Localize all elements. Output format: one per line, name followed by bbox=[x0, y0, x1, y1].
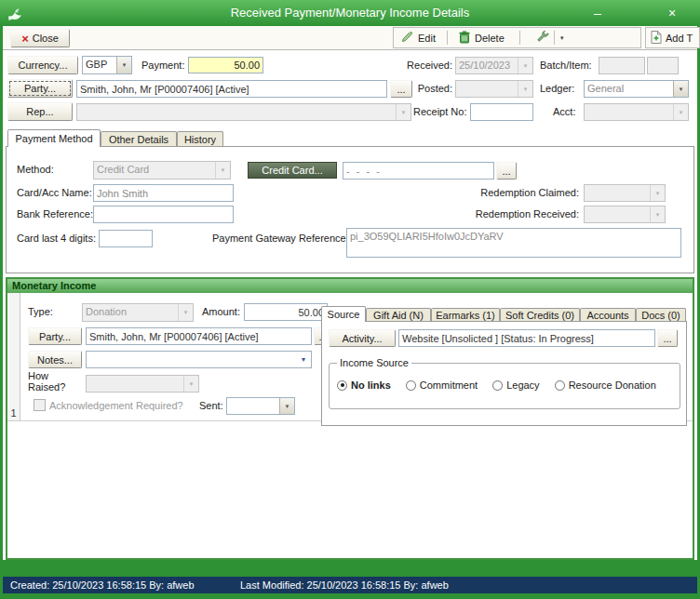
close-button-label: Close bbox=[33, 33, 59, 44]
close-button[interactable]: × Close bbox=[10, 29, 70, 47]
chevron-down-icon[interactable] bbox=[296, 356, 311, 363]
tab-accounts[interactable]: Accounts bbox=[580, 308, 636, 321]
radio-commitment[interactable]: Commitment bbox=[406, 379, 478, 391]
redemption-received-label: Redemption Received: bbox=[462, 208, 579, 220]
party-button[interactable]: Party... bbox=[7, 79, 73, 98]
party-input[interactable]: Smith, John, Mr [P00007406] [Active] bbox=[76, 80, 387, 98]
status-bar: Created: 25/10/2023 16:58:15 By: afweb L… bbox=[3, 577, 697, 593]
receipt-no-input[interactable] bbox=[470, 103, 533, 121]
acct-label: Acct: bbox=[553, 106, 575, 117]
card-acc-name-input[interactable]: John Smith bbox=[93, 184, 234, 202]
ack-required-label: Acknowledgement Required? bbox=[49, 400, 183, 411]
radio-resource-donation[interactable]: Resource Donation bbox=[555, 379, 656, 391]
titlebar: Received Payment/Monetary Income Details… bbox=[0, 0, 700, 26]
dropdown-arrow-icon bbox=[673, 104, 688, 120]
tab-other-details[interactable]: Other Details bbox=[101, 131, 177, 146]
created-status: Created: 25/10/2023 16:58:15 By: afweb bbox=[10, 577, 195, 593]
type-value: Donation bbox=[83, 304, 178, 321]
card-acc-name-label: Card/Acc Name: bbox=[17, 187, 92, 198]
credit-card-button[interactable]: Credit Card... bbox=[248, 162, 337, 179]
received-date-value: 25/10/2023 bbox=[456, 58, 518, 73]
add-button[interactable]: Add T bbox=[645, 27, 700, 48]
radio-icon bbox=[492, 380, 503, 391]
radio-label: Commitment bbox=[420, 379, 478, 391]
dropdown-arrow-icon bbox=[116, 57, 131, 73]
radio-icon bbox=[555, 380, 565, 391]
received-label: Received: bbox=[398, 60, 452, 71]
dropdown-arrow-icon bbox=[279, 398, 294, 414]
radio-label: Legacy bbox=[506, 379, 539, 391]
bank-reference-input[interactable] bbox=[93, 206, 234, 223]
payment-amount-input[interactable]: 50.00 bbox=[188, 57, 263, 73]
notes-field[interactable] bbox=[86, 351, 312, 368]
mi-party-button[interactable]: Party... bbox=[28, 327, 82, 345]
tab-gift-aid[interactable]: Gift Aid (N) bbox=[366, 308, 431, 321]
receipt-no-label: Receipt No: bbox=[413, 106, 466, 117]
dropdown-arrow-icon bbox=[178, 304, 193, 321]
ledger-select[interactable]: General bbox=[584, 80, 689, 98]
dropdown-arrow-icon bbox=[650, 206, 665, 222]
ledger-value: General bbox=[585, 81, 673, 97]
redemption-claimed-select bbox=[584, 184, 666, 202]
sent-select[interactable] bbox=[226, 397, 295, 415]
batch-item-label: Batch/Item: bbox=[540, 60, 592, 71]
radio-legacy[interactable]: Legacy bbox=[492, 379, 539, 391]
notes-button[interactable]: Notes... bbox=[28, 351, 82, 368]
ack-required-checkbox bbox=[34, 399, 46, 411]
tab-earmarks[interactable]: Earmarks (1) bbox=[431, 308, 500, 321]
dropdown-arrow-icon bbox=[650, 185, 665, 201]
delete-button[interactable]: Delete bbox=[459, 31, 505, 46]
type-label: Type: bbox=[28, 306, 53, 317]
acct-select bbox=[584, 103, 689, 121]
gateway-input[interactable]: pi_3O59QLIARI5HfoIw0JcDYaRV bbox=[346, 228, 681, 258]
tab-history[interactable]: History bbox=[177, 131, 223, 146]
amount-label: Amount: bbox=[202, 306, 240, 317]
type-select: Donation bbox=[82, 303, 194, 322]
last-modified-status: Last Modified: 25/10/2023 16:58:15 By: a… bbox=[240, 577, 449, 593]
received-date-select: 25/10/2023 bbox=[455, 57, 533, 74]
activity-input[interactable]: Website [Unsolicted ] [Status: In Progre… bbox=[398, 329, 655, 347]
wrench-icon bbox=[535, 34, 549, 46]
currency-select[interactable]: GBP bbox=[82, 56, 132, 74]
monetary-income-header: Monetary Income bbox=[7, 279, 693, 293]
activity-button[interactable]: Activity... bbox=[329, 329, 396, 347]
minimize-button[interactable]: – bbox=[579, 0, 616, 26]
tab-payment-method[interactable]: Payment Method bbox=[7, 129, 101, 147]
rep-button[interactable]: Rep... bbox=[7, 102, 73, 121]
tools-wrench-button[interactable] bbox=[535, 31, 549, 46]
card-last4-input[interactable] bbox=[99, 230, 153, 247]
radio-icon bbox=[337, 380, 347, 391]
income-source-legend: Income Source bbox=[337, 357, 411, 368]
window-close-button[interactable]: × bbox=[653, 0, 691, 26]
activity-lookup-button[interactable]: ... bbox=[657, 329, 678, 347]
edit-button[interactable]: Edit bbox=[401, 31, 436, 45]
radio-no-links[interactable]: No links bbox=[337, 379, 391, 391]
currency-button[interactable]: Currency... bbox=[7, 56, 78, 74]
dropdown-arrow-icon bbox=[518, 81, 532, 97]
method-select: Credit Card bbox=[93, 161, 231, 180]
dropdown-arrow-icon bbox=[396, 104, 411, 120]
radio-icon bbox=[406, 380, 416, 391]
tools-dropdown-arrow-icon[interactable]: ▼ bbox=[559, 35, 565, 41]
tab-soft-credits[interactable]: Soft Credits (0) bbox=[500, 308, 580, 321]
card-last4-label: Card last 4 digits: bbox=[17, 233, 96, 244]
amount-input[interactable]: 50.00 bbox=[244, 303, 328, 321]
toolbar-separator bbox=[554, 31, 555, 45]
how-raised-select bbox=[86, 375, 199, 393]
tab-source[interactable]: Source bbox=[321, 306, 366, 322]
radio-label: Resource Donation bbox=[569, 379, 656, 391]
card-number-input[interactable]: - - - - bbox=[343, 162, 494, 180]
pencil-icon bbox=[401, 31, 413, 45]
posted-label: Posted: bbox=[398, 83, 452, 94]
card-number-lookup-button[interactable]: ... bbox=[496, 162, 517, 180]
row-number-header[interactable]: 1 bbox=[7, 293, 20, 420]
tab-docs[interactable]: Docs (0) bbox=[636, 308, 686, 321]
add-document-icon bbox=[651, 31, 662, 46]
rep-select bbox=[76, 103, 411, 121]
payment-label: Payment: bbox=[141, 60, 184, 71]
sent-label: Sent: bbox=[199, 400, 223, 411]
redemption-claimed-label: Redemption Claimed: bbox=[465, 187, 579, 198]
mi-party-input[interactable]: Smith, John, Mr [P00007406] [Active] bbox=[86, 327, 312, 345]
gateway-label: Payment Gateway Reference: bbox=[212, 233, 349, 244]
bank-reference-label: Bank Reference: bbox=[17, 208, 93, 220]
